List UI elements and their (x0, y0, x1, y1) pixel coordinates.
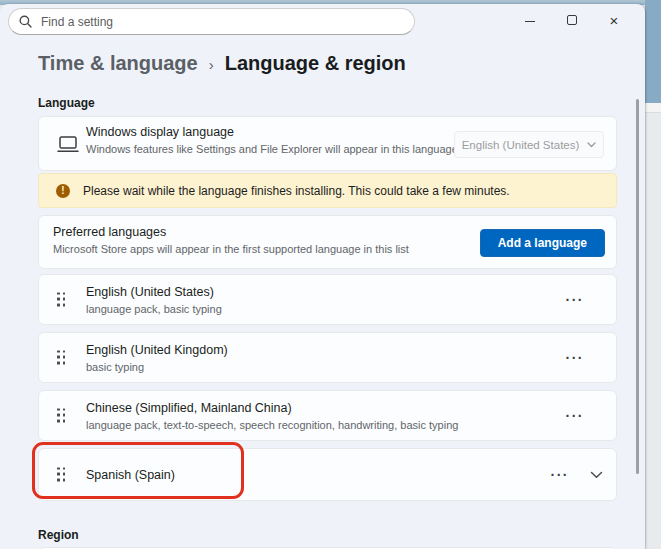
language-features: language pack, text-to-speech, speech re… (86, 419, 458, 431)
breadcrumb-parent[interactable]: Time & language (38, 52, 198, 75)
page-title: Language & region (225, 52, 406, 75)
language-name: English (United States) (86, 285, 222, 299)
maximize-icon (567, 15, 577, 25)
chevron-down-icon (587, 142, 596, 148)
language-row-english-uk[interactable]: English (United Kingdom) basic typing ··… (38, 332, 617, 383)
more-options-icon[interactable]: ··· (551, 467, 570, 483)
search-placeholder: Find a setting (41, 15, 113, 29)
preferred-languages-card: Preferred languages Microsoft Store apps… (38, 215, 617, 269)
warning-icon: ! (56, 184, 70, 198)
language-row-spanish[interactable]: Spanish (Spain) ··· (38, 448, 617, 501)
language-row-english-us[interactable]: English (United States) language pack, b… (38, 274, 617, 325)
display-language-selected: English (United States) (462, 139, 580, 151)
language-features: language pack, basic typing (86, 303, 222, 315)
display-language-subtitle: Windows features like Settings and File … (86, 143, 458, 155)
drag-handle-icon[interactable] (57, 467, 66, 482)
preferred-languages-text: Preferred languages Microsoft Store apps… (53, 225, 409, 255)
minimize-icon (525, 21, 535, 22)
drag-handle-icon[interactable] (57, 408, 66, 423)
search-icon (19, 15, 32, 28)
section-header-language: Language (38, 96, 95, 110)
breadcrumb: Time & language › Language & region (38, 52, 406, 75)
background-window-edge (645, 103, 661, 113)
maximize-button[interactable] (551, 5, 593, 35)
more-options-icon[interactable]: ··· (566, 408, 585, 424)
search-input[interactable]: Find a setting (8, 8, 415, 35)
desktop-wallpaper (645, 0, 661, 103)
display-language-title: Windows display language (86, 125, 458, 139)
minimize-button[interactable] (509, 5, 551, 35)
screen: Find a setting × Time & language › Langu… (0, 0, 661, 549)
drag-handle-icon[interactable] (57, 292, 66, 307)
display-language-card: Windows display language Windows feature… (38, 116, 617, 171)
desktop-background-right (645, 0, 661, 549)
close-button[interactable]: × (593, 5, 635, 35)
preferred-languages-title: Preferred languages (53, 225, 409, 239)
vertical-scrollbar[interactable] (636, 99, 639, 474)
installing-notice-text: Please wait while the language finishes … (83, 184, 510, 198)
chevron-down-icon[interactable] (590, 471, 603, 479)
more-options-icon[interactable]: ··· (566, 292, 585, 308)
add-a-language-button[interactable]: Add a language (480, 229, 605, 257)
close-icon: × (610, 13, 619, 28)
preferred-languages-subtitle: Microsoft Store apps will appear in the … (53, 243, 409, 255)
language-name: Spanish (Spain) (86, 468, 175, 482)
display-language-dropdown[interactable]: English (United States) (454, 131, 604, 158)
section-header-region: Region (38, 528, 79, 542)
breadcrumb-separator-icon: › (209, 54, 214, 73)
language-name: English (United Kingdom) (86, 343, 228, 357)
installing-notice-banner: ! Please wait while the language finishe… (38, 173, 617, 208)
drag-handle-icon[interactable] (57, 350, 66, 365)
language-name: Chinese (Simplified, Mainland China) (86, 401, 458, 415)
display-icon (57, 136, 79, 153)
settings-window: Find a setting × Time & language › Langu… (0, 4, 645, 549)
language-features: basic typing (86, 361, 228, 373)
window-controls: × (509, 4, 635, 36)
language-row-chinese[interactable]: Chinese (Simplified, Mainland China) lan… (38, 390, 617, 441)
display-language-text: Windows display language Windows feature… (86, 125, 458, 155)
more-options-icon[interactable]: ··· (566, 350, 585, 366)
